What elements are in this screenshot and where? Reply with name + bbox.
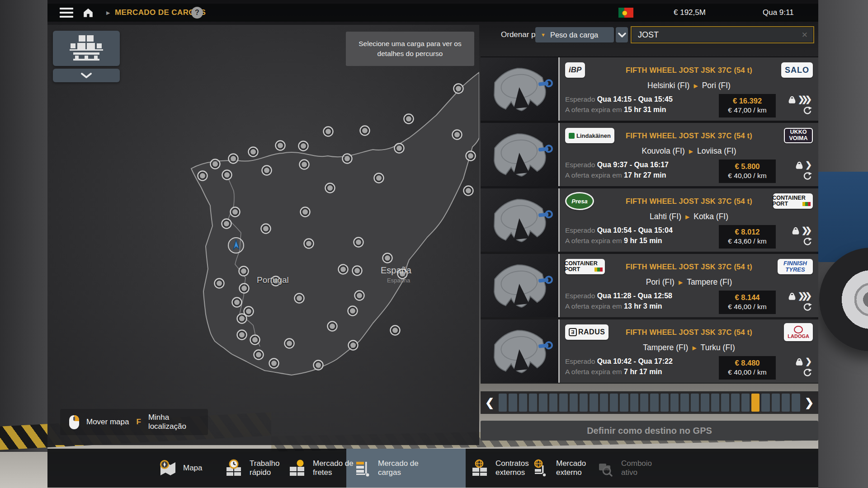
cargo-weight-icon [795, 357, 803, 366]
destination-city: Loviisa (FI) [697, 146, 736, 156]
page-block-2[interactable] [509, 394, 517, 412]
menu-icon[interactable] [59, 4, 74, 22]
clear-search-icon[interactable]: ✕ [802, 30, 808, 40]
page-block-22[interactable] [711, 394, 719, 412]
expected-window: Qua 10:54 - Qua 15:04 [597, 226, 673, 234]
map-city-dot-core [239, 316, 245, 321]
urgency-chevrons-icon: ❯ [805, 357, 809, 366]
page-block-27[interactable] [761, 394, 769, 412]
map-city-dot-core [212, 161, 218, 167]
page-block-20[interactable] [691, 394, 699, 412]
nav-tab-external-market[interactable]: Mercado externo [531, 449, 603, 488]
map-city-dot-core [271, 361, 277, 366]
offer-price: € 8.144 [719, 292, 776, 303]
cargo-offer-row[interactable]: CONTAINER PORT FIFTH WHEEL JOST JSK 37C … [481, 254, 818, 317]
route-arrow-icon: ▶ [685, 214, 689, 220]
prev-page-button[interactable]: ❮ [484, 397, 495, 408]
nav-tab-map[interactable]: Mapa [158, 449, 230, 488]
loop-delivery-icon [803, 303, 812, 312]
cargo-offer-row[interactable]: Lindakäinen FIFTH WHEEL JOST JSK 37C (54… [481, 123, 818, 186]
expected-window: Qua 14:15 - Qua 15:45 [597, 95, 673, 103]
cargo-offer-row[interactable]: iBP FIFTH WHEEL JOST JSK 37C (54 t) SALO… [481, 57, 818, 121]
price-per-km: € 43,60 / km [719, 237, 776, 245]
set-gps-destination-button[interactable]: Definir como destino no GPS [481, 421, 818, 441]
page-block-7[interactable] [559, 394, 567, 412]
external-market-icon [531, 459, 550, 477]
page-block-11[interactable] [600, 394, 608, 412]
convoy-search-icon [596, 459, 615, 477]
page-block-21[interactable] [701, 394, 709, 412]
page-block-24[interactable] [731, 394, 739, 412]
map-city-dot-core [256, 352, 261, 357]
page-block-15[interactable] [640, 394, 648, 412]
page-block-10[interactable] [590, 394, 598, 412]
game-screen: ▶ MERCADO DE CARGAS ? € 192,5M Qua 9:11 … [0, 0, 868, 488]
expires-in: 15 hr 31 min [624, 106, 666, 113]
loop-delivery-icon [803, 172, 812, 181]
page-block-17[interactable] [660, 394, 669, 412]
page-block-1[interactable] [499, 394, 507, 412]
destination-city: Pori (FI) [702, 81, 731, 90]
map-city-dot-core [232, 209, 238, 215]
fifth-wheel-thumbnail [481, 319, 558, 383]
fifth-wheel-thumbnail [481, 57, 558, 121]
page-block-25[interactable] [741, 394, 750, 412]
page-block-19[interactable] [680, 394, 689, 412]
map-city-dot-core [301, 143, 306, 149]
map-city-dot-core [246, 309, 251, 314]
map-label-portugal: Portugal [257, 275, 289, 285]
destination-city: Turku (FI) [701, 343, 735, 352]
page-block-23[interactable] [721, 394, 729, 412]
nav-tab-freight-market[interactable]: Mercado de fretes [288, 449, 360, 488]
map-city-dot-core [456, 86, 461, 91]
page-block-16[interactable] [650, 394, 658, 412]
map-city-dot-core [302, 162, 307, 167]
next-page-button[interactable]: ❯ [804, 397, 815, 408]
map-city-dot-core [468, 153, 473, 159]
map-city-dot-core [396, 145, 402, 151]
sort-dropdown[interactable]: ▼ Peso da carga [535, 27, 614, 42]
map-city-dot-core [200, 173, 205, 178]
collapse-panel-button[interactable] [53, 69, 120, 82]
destination-city: Kotka (FI) [693, 212, 728, 221]
breadcrumb-arrow-icon: ▶ [106, 4, 110, 22]
page-block-14[interactable] [630, 394, 638, 412]
page-block-12[interactable] [610, 394, 618, 412]
offer-times: Esperado Qua 10:54 - Qua 15:04 A oferta … [565, 225, 719, 246]
shipper-logo: CONTAINER PORT [565, 259, 605, 274]
map-city-dot-core [302, 209, 308, 215]
page-block-4[interactable] [529, 394, 537, 412]
cargo-offer-details: RADUS FIFTH WHEEL JOST JSK 37C (54 t) LA… [560, 319, 818, 383]
page-block-30[interactable] [792, 394, 800, 412]
nav-tab-quick-job[interactable]: Trabalho rápido [225, 449, 297, 488]
page-block-8[interactable] [570, 394, 578, 412]
sort-dropdown-expand-button[interactable] [616, 27, 628, 42]
urgency-chevrons-icon: ❯❯❯ [798, 95, 809, 103]
urgency-chevrons-icon: ❯❯ [802, 226, 809, 235]
cargo-offer-row[interactable]: RADUS FIFTH WHEEL JOST JSK 37C (54 t) LA… [481, 319, 818, 383]
route-arrow-icon: ▶ [679, 279, 683, 286]
page-block-6[interactable] [549, 394, 557, 412]
page-block-29[interactable] [782, 394, 790, 412]
page-block-18[interactable] [670, 394, 679, 412]
offer-price: € 5.800 [719, 161, 776, 172]
cargo-offer-details: Presa FIFTH WHEEL JOST JSK 37C (54 t) CO… [560, 188, 818, 252]
map-city-dot-core [287, 341, 292, 346]
move-map-label: Mover mapa [86, 418, 129, 427]
cargo-offer-row[interactable]: Presa FIFTH WHEEL JOST JSK 37C (54 t) CO… [481, 188, 818, 252]
nav-tab-cargo-market[interactable]: Mercado de cargas [353, 449, 425, 488]
page-block-26[interactable] [751, 394, 760, 412]
search-input[interactable] [637, 30, 802, 40]
page-block-5[interactable] [539, 394, 547, 412]
page-block-3[interactable] [519, 394, 527, 412]
map-panel[interactable]: España Espanha Portugal [47, 25, 479, 445]
page-block-13[interactable] [620, 394, 628, 412]
cargo-view-toggle-button[interactable] [53, 31, 120, 66]
offer-times: Esperado Qua 11:28 - Qua 12:58 A oferta … [565, 291, 719, 312]
map-city-dot-core [297, 296, 302, 301]
page-block-28[interactable] [772, 394, 780, 412]
map-city-dot-core [392, 328, 398, 333]
help-button[interactable]: ? [191, 4, 203, 22]
page-block-9[interactable] [580, 394, 588, 412]
map-city-dot-core [385, 255, 390, 261]
